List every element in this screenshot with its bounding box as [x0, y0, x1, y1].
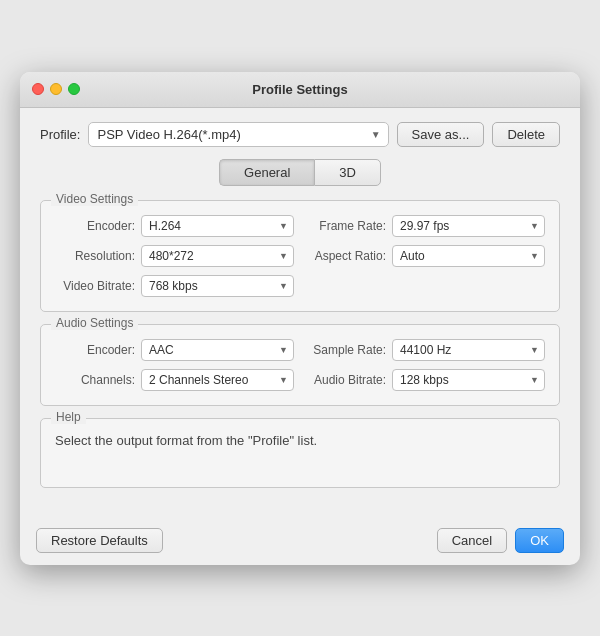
profile-settings-window: Profile Settings Profile: PSP Video H.26… — [20, 72, 580, 565]
tabs: General 3D — [40, 159, 560, 186]
video-settings-grid: Encoder: H.264 ▼ Frame Rate: 29.97 fps — [55, 215, 545, 297]
video-bitrate-select-wrap: 768 kbps ▼ — [141, 275, 294, 297]
resolution-select[interactable]: 480*272 — [141, 245, 294, 267]
audio-settings-title: Audio Settings — [51, 316, 138, 330]
encoder-select-wrap: H.264 ▼ — [141, 215, 294, 237]
profile-row: Profile: PSP Video H.264(*.mp4) ▼ Save a… — [40, 122, 560, 147]
minimize-button[interactable] — [50, 83, 62, 95]
channels-select[interactable]: 2 Channels Stereo — [141, 369, 294, 391]
audio-bitrate-row: Audio Bitrate: 128 kbps ▼ — [306, 369, 545, 391]
save-as-button[interactable]: Save as... — [397, 122, 485, 147]
bottom-right-buttons: Cancel OK — [437, 528, 564, 553]
sample-rate-row: Sample Rate: 44100 Hz ▼ — [306, 339, 545, 361]
aspect-ratio-select-wrap: Auto ▼ — [392, 245, 545, 267]
title-bar: Profile Settings — [20, 72, 580, 108]
sample-rate-select[interactable]: 44100 Hz — [392, 339, 545, 361]
traffic-lights — [32, 83, 80, 95]
cancel-button[interactable]: Cancel — [437, 528, 507, 553]
audio-bitrate-select[interactable]: 128 kbps — [392, 369, 545, 391]
maximize-button[interactable] — [68, 83, 80, 95]
aspect-ratio-row: Aspect Ratio: Auto ▼ — [306, 245, 545, 267]
help-title: Help — [51, 410, 86, 424]
aspect-ratio-label: Aspect Ratio: — [306, 249, 386, 263]
help-text: Select the output format from the "Profi… — [55, 433, 545, 448]
audio-encoder-select[interactable]: AAC — [141, 339, 294, 361]
audio-bitrate-select-wrap: 128 kbps ▼ — [392, 369, 545, 391]
help-section: Help Select the output format from the "… — [40, 418, 560, 488]
channels-label: Channels: — [55, 373, 135, 387]
profile-select[interactable]: PSP Video H.264(*.mp4) — [88, 122, 388, 147]
channels-select-wrap: 2 Channels Stereo ▼ — [141, 369, 294, 391]
encoder-row: Encoder: H.264 ▼ — [55, 215, 294, 237]
main-content: Profile: PSP Video H.264(*.mp4) ▼ Save a… — [20, 108, 580, 518]
sample-rate-label: Sample Rate: — [306, 343, 386, 357]
resolution-row: Resolution: 480*272 ▼ — [55, 245, 294, 267]
resolution-select-wrap: 480*272 ▼ — [141, 245, 294, 267]
aspect-ratio-select[interactable]: Auto — [392, 245, 545, 267]
encoder-label: Encoder: — [55, 219, 135, 233]
channels-row: Channels: 2 Channels Stereo ▼ — [55, 369, 294, 391]
audio-encoder-row: Encoder: AAC ▼ — [55, 339, 294, 361]
video-bitrate-select[interactable]: 768 kbps — [141, 275, 294, 297]
tab-general[interactable]: General — [219, 159, 314, 186]
encoder-select[interactable]: H.264 — [141, 215, 294, 237]
frame-rate-select-wrap: 29.97 fps ▼ — [392, 215, 545, 237]
tab-3d[interactable]: 3D — [314, 159, 381, 186]
audio-encoder-select-wrap: AAC ▼ — [141, 339, 294, 361]
close-button[interactable] — [32, 83, 44, 95]
audio-encoder-label: Encoder: — [55, 343, 135, 357]
delete-button[interactable]: Delete — [492, 122, 560, 147]
video-settings-title: Video Settings — [51, 192, 138, 206]
frame-rate-row: Frame Rate: 29.97 fps ▼ — [306, 215, 545, 237]
video-bitrate-row: Video Bitrate: 768 kbps ▼ — [55, 275, 294, 297]
restore-defaults-button[interactable]: Restore Defaults — [36, 528, 163, 553]
bottom-bar: Restore Defaults Cancel OK — [20, 518, 580, 565]
audio-bitrate-label: Audio Bitrate: — [306, 373, 386, 387]
video-settings-section: Video Settings Encoder: H.264 ▼ Frame Ra… — [40, 200, 560, 312]
video-bitrate-label: Video Bitrate: — [55, 279, 135, 293]
audio-settings-grid: Encoder: AAC ▼ Sample Rate: 44100 Hz — [55, 339, 545, 391]
profile-label: Profile: — [40, 127, 80, 142]
frame-rate-select[interactable]: 29.97 fps — [392, 215, 545, 237]
profile-select-wrap: PSP Video H.264(*.mp4) ▼ — [88, 122, 388, 147]
resolution-label: Resolution: — [55, 249, 135, 263]
audio-settings-section: Audio Settings Encoder: AAC ▼ Sample Rat… — [40, 324, 560, 406]
ok-button[interactable]: OK — [515, 528, 564, 553]
sample-rate-select-wrap: 44100 Hz ▼ — [392, 339, 545, 361]
window-title: Profile Settings — [252, 82, 347, 97]
frame-rate-label: Frame Rate: — [306, 219, 386, 233]
